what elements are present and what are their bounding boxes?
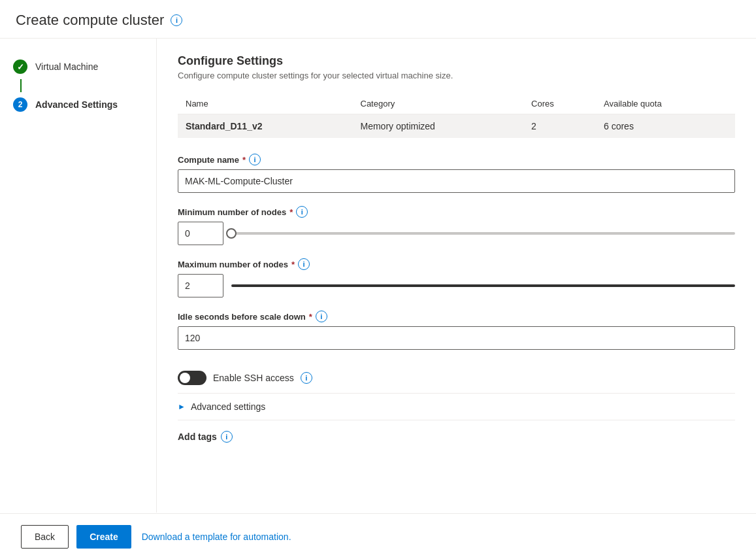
min-nodes-slider-thumb[interactable] — [226, 228, 237, 239]
ssh-info-icon[interactable]: i — [301, 372, 312, 384]
header-info-icon[interactable]: i — [171, 14, 182, 26]
download-template-link[interactable]: Download a template for automation. — [142, 532, 291, 542]
idle-seconds-field: Idle seconds before scale down * i — [178, 311, 735, 350]
footer: Back Create Download a template for auto… — [0, 513, 756, 559]
sidebar-item-virtual-machine[interactable]: ✓ Virtual Machine — [0, 54, 156, 79]
add-tags-row: Add tags i — [178, 420, 735, 448]
max-nodes-slider-track[interactable] — [231, 284, 735, 287]
main-layout: ✓ Virtual Machine 2 Advanced Settings Co… — [0, 39, 756, 513]
table-header-name: Name — [178, 93, 353, 114]
min-nodes-slider-track[interactable] — [231, 232, 735, 235]
max-nodes-info-icon[interactable]: i — [298, 258, 310, 270]
compute-name-input[interactable] — [178, 169, 735, 193]
step-1-label: Virtual Machine — [35, 61, 98, 72]
section-subtitle: Configure compute cluster settings for y… — [178, 71, 735, 80]
required-star-idle: * — [309, 312, 312, 322]
table-cell-category: Memory optimized — [353, 114, 524, 139]
table-header-cores: Cores — [523, 93, 596, 114]
step-2-indicator: 2 — [13, 97, 27, 112]
content-area: Configure Settings Configure compute clu… — [157, 39, 756, 513]
ssh-toggle-knob — [180, 373, 190, 383]
add-tags-info-icon[interactable]: i — [221, 431, 233, 443]
min-nodes-slider-row — [178, 222, 735, 245]
add-tags-label: Add tags — [178, 432, 217, 442]
max-nodes-field: Maximum number of nodes * i — [178, 258, 735, 297]
ssh-toggle-row: Enable SSH access i — [178, 363, 735, 394]
table-header-quota: Available quota — [596, 93, 735, 114]
compute-name-label: Compute name * i — [178, 154, 735, 165]
min-nodes-input[interactable] — [178, 222, 223, 245]
table-row[interactable]: Standard_D11_v2 Memory optimized 2 6 cor… — [178, 114, 735, 139]
min-nodes-field: Minimum number of nodes * i — [178, 206, 735, 245]
step-connector — [20, 79, 22, 92]
required-star-max: * — [291, 260, 295, 269]
max-nodes-label: Maximum number of nodes * i — [178, 258, 735, 270]
section-title: Configure Settings — [178, 54, 735, 68]
required-star: * — [242, 155, 246, 165]
create-button[interactable]: Create — [76, 525, 131, 549]
table-cell-quota: 6 cores — [596, 114, 735, 139]
ssh-toggle[interactable] — [178, 371, 206, 385]
min-nodes-info-icon[interactable]: i — [296, 206, 308, 218]
max-nodes-input[interactable] — [178, 274, 223, 297]
min-nodes-label: Minimum number of nodes * i — [178, 206, 735, 218]
max-nodes-slider-row — [178, 274, 735, 297]
advanced-settings-label: Advanced settings — [191, 401, 265, 412]
table-cell-name: Standard_D11_v2 — [178, 114, 353, 139]
idle-seconds-input[interactable] — [178, 326, 735, 350]
vm-table: Name Category Cores Available quota Stan… — [178, 93, 735, 138]
table-cell-cores: 2 — [523, 114, 596, 139]
compute-name-info-icon[interactable]: i — [249, 154, 261, 165]
back-button[interactable]: Back — [21, 525, 69, 549]
page-title: Create compute cluster — [16, 12, 164, 29]
advanced-settings-row[interactable]: ► Advanced settings — [178, 394, 735, 420]
step-1-indicator: ✓ — [13, 59, 27, 74]
table-header-category: Category — [353, 93, 524, 114]
sidebar-item-advanced-settings[interactable]: 2 Advanced Settings — [0, 92, 156, 117]
idle-seconds-info-icon[interactable]: i — [316, 311, 327, 322]
sidebar: ✓ Virtual Machine 2 Advanced Settings — [0, 39, 157, 513]
page-header: Create compute cluster i — [0, 0, 756, 39]
compute-name-field: Compute name * i — [178, 154, 735, 193]
ssh-toggle-label: Enable SSH access — [213, 373, 294, 383]
step-2-label: Advanced Settings — [35, 99, 118, 110]
chevron-right-icon: ► — [178, 402, 186, 411]
required-star-min: * — [289, 207, 293, 217]
idle-seconds-label: Idle seconds before scale down * i — [178, 311, 735, 322]
